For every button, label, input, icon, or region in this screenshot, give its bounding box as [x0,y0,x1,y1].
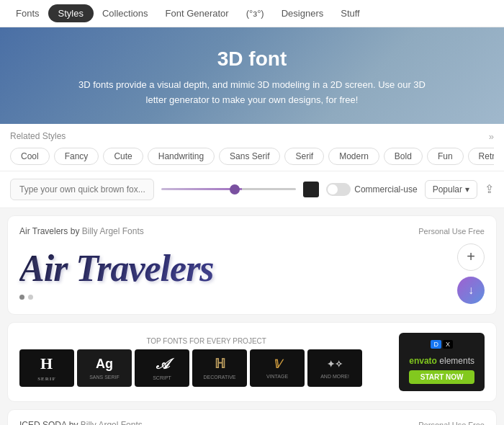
ad-badge-x: X [443,340,453,349]
ad-thumb-script[interactable]: 𝒜 SCRIPT [135,349,189,387]
font-card-title: ICED SODA by Billy Argel Fonts [19,420,143,425]
font-author: Billy Argel Fonts [81,420,143,425]
ad-top-label: TOP FONTS FOR EVERY PROJECT [19,337,393,345]
color-picker[interactable] [303,182,319,197]
nav-designers[interactable]: Designers [273,2,333,24]
nav-font-generator[interactable]: Font Generator [157,2,238,24]
font-size-slider-container [161,188,296,190]
font-license-badge: Personal Use Free [418,227,485,236]
tag-fun[interactable]: Fun [427,148,464,165]
font-actions: + ↓ [457,243,485,304]
ad-thumb-serif-label: SERIF [37,376,56,382]
ad-font-thumbs: H SERIF Ag SANS SERIF 𝒜 SCRIPT ℍ DECORAT… [19,349,393,387]
ad-thumb-more-label: AND MORE! [320,374,349,379]
ad-thumb-decorative[interactable]: ℍ DECORATIVE [192,349,247,387]
related-styles-section: Related Styles » Cool Fancy Cute Handwri… [0,124,504,171]
tag-bold[interactable]: Bold [384,148,423,165]
share-icon[interactable]: ⇪ [485,182,494,196]
download-button[interactable]: ↓ [457,277,485,304]
commercial-label: Commercial-use [354,184,417,194]
font-author: Billy Argel Fonts [82,226,144,236]
ad-thumb-sans[interactable]: Ag SANS SERIF [77,349,132,387]
chevron-down-icon: ▾ [465,184,469,194]
add-to-collection-button[interactable]: + [457,243,485,271]
search-bar: Commercial-use Popular ▾ ⇪ [0,171,504,208]
dot-2[interactable] [28,295,33,300]
air-travelers-preview-text: Air Travelers [19,248,457,289]
dot-1[interactable] [19,295,24,300]
envato-ad-box: D X envato elements START NOW [399,333,485,391]
ad-thumb-vintage-label: VINTAGE [266,374,288,379]
nav-collections[interactable]: Collections [94,2,157,24]
sort-dropdown[interactable]: Popular ▾ [425,180,477,199]
ad-thumb-decorative-label: DECORATIVE [204,375,236,380]
font-name: Air Travelers [19,226,68,236]
nav-styles[interactable]: Styles [48,4,94,22]
sort-label: Popular [433,184,462,194]
tag-sans-serif[interactable]: Sans Serif [219,148,280,165]
font-by: by [69,420,81,425]
tag-retro[interactable]: Retro [468,148,494,165]
font-card-title: Air Travelers by Billy Argel Fonts [19,226,144,236]
carousel-dots [19,295,457,300]
main-nav: Fonts Styles Collections Font Generator … [0,0,504,27]
style-tags: Cool Fancy Cute Handwriting Sans Serif S… [10,148,494,165]
ad-thumb-vintage[interactable]: 𝕍 VINTAGE [250,349,305,387]
commercial-use-toggle: Commercial-use [326,183,417,196]
hero-description: 3D fonts provide a visual depth, and mim… [72,78,432,108]
tag-cool[interactable]: Cool [10,148,50,165]
related-styles-label: Related Styles [10,131,66,141]
commercial-toggle-switch[interactable] [326,183,351,196]
font-card-air-travelers: Air Travelers by Billy Argel Fonts Perso… [7,215,497,315]
ad-thumb-script-label: SCRIPT [153,375,171,380]
ad-thumb-more[interactable]: ✦✧ AND MORE! [307,349,362,387]
hero-section: 3D font 3D fonts provide a visual depth,… [0,27,504,124]
hero-title: 3D font [29,48,475,71]
envato-logo: envato elements [409,356,474,366]
tag-fancy[interactable]: Fancy [54,148,99,165]
tag-cute[interactable]: Cute [103,148,143,165]
font-size-slider[interactable] [161,188,296,190]
search-input[interactable] [10,179,154,200]
ad-badge-d: D [431,340,441,349]
font-license-badge: Personal Use Free [418,421,485,425]
nav-emoji[interactable]: (°з°) [238,2,273,24]
envato-cta-button[interactable]: START NOW [409,370,474,384]
nav-fonts[interactable]: Fonts [7,2,48,24]
ad-thumb-serif[interactable]: H SERIF [19,349,74,387]
tag-modern[interactable]: Modern [328,148,379,165]
font-preview: Air Travelers [19,248,457,300]
ad-thumb-sans-label: SANS SERIF [89,375,120,380]
tag-serif[interactable]: Serif [284,148,324,165]
ad-banner: TOP FONTS FOR EVERY PROJECT H SERIF Ag S… [7,322,497,402]
font-by: by [71,226,82,236]
font-name: ICED SODA [19,420,66,425]
nav-stuff[interactable]: Stuff [332,2,369,24]
ad-badges: D X [431,340,453,349]
related-arrow-icon[interactable]: » [489,131,494,142]
tag-handwriting[interactable]: Handwriting [148,148,215,165]
font-card-iced-soda: ICED SODA by Billy Argel Fonts Personal … [7,409,497,425]
